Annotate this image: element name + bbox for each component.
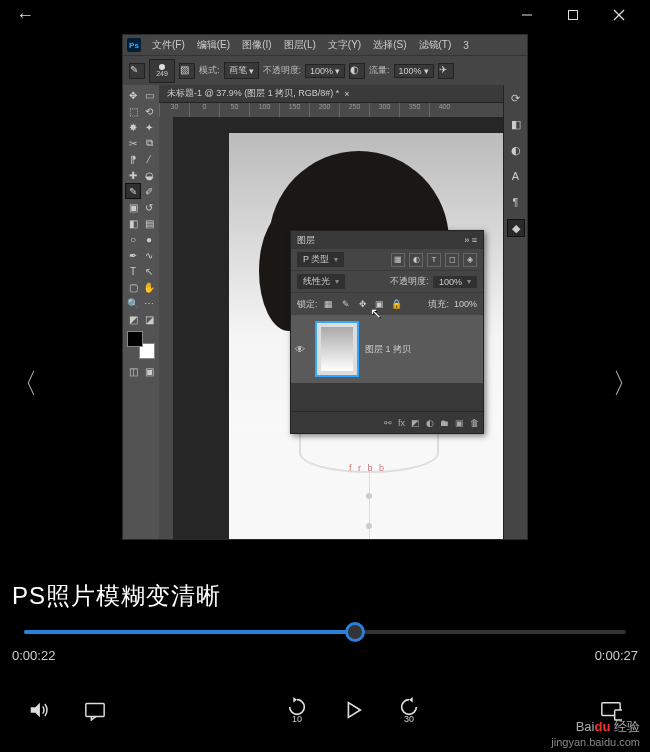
extra2-tool-icon[interactable]: ◪ [141,311,157,327]
pencil-tool-icon[interactable]: ✐ [141,183,157,199]
zoom-tool-icon[interactable]: 🔍 [125,295,141,311]
minimize-button[interactable] [504,0,550,30]
artboard-tool-icon[interactable]: ▭ [141,87,157,103]
lock-artboard-icon[interactable]: ▣ [374,299,386,309]
lock-all-icon[interactable]: 🔒 [391,299,403,309]
eraser-tool-icon[interactable]: ◧ [125,215,141,231]
subtitle-button[interactable] [84,699,106,721]
menu-filter[interactable]: 滤镜(T) [414,38,457,52]
layer-kind-dropdown[interactable]: P 类型 [297,252,344,267]
menu-more[interactable]: 3 [458,40,474,51]
pen-tool-icon[interactable]: ✒ [125,247,141,263]
slice-tool-icon[interactable]: ⧉ [141,135,157,151]
progress-track[interactable] [24,630,626,634]
filter-adjust-icon[interactable]: ◐ [409,253,423,267]
play-button[interactable] [342,699,364,721]
filter-smart-icon[interactable]: ◈ [463,253,477,267]
edit-toolbar-icon[interactable]: ⋯ [141,295,157,311]
airbrush-icon[interactable]: ✈ [438,63,454,79]
lock-pos-icon[interactable]: ✥ [357,299,369,309]
type-tool-icon[interactable]: T [125,263,141,279]
extra1-tool-icon[interactable]: ◩ [125,311,141,327]
mask-icon[interactable]: ◩ [411,418,420,428]
ruler-tool-icon[interactable]: ∕ [141,151,157,167]
brush-preset-picker[interactable]: 249 [149,59,175,83]
layers-panel-title: 图层 [297,234,315,247]
eyedropper-tool-icon[interactable]: ⁋ [125,151,141,167]
screenmode-icon[interactable]: ▣ [141,363,157,379]
history-brush-icon[interactable]: ↺ [141,199,157,215]
maximize-button[interactable] [550,0,596,30]
blur-tool-icon[interactable]: ○ [125,231,141,247]
adjust-icon[interactable]: ◐ [507,141,525,159]
ps-tools-panel: ✥▭ ⬚⟲ ✸✦ ✂⧉ ⁋∕ ✚◒ ✎✐ ▣↺ ◧▤ ○● ✒∿ T↖ ▢✋ 🔍… [123,85,159,539]
layer-thumbnail[interactable] [315,321,359,377]
crop-tool-icon[interactable]: ✂ [125,135,141,151]
opacity-field[interactable]: 100%▾ [305,64,345,78]
new-layer-icon[interactable]: ▣ [455,418,464,428]
menu-image[interactable]: 图像(I) [237,38,276,52]
gradient-tool-icon[interactable]: ▤ [141,215,157,231]
close-button[interactable] [596,0,642,30]
panel-menu-icon[interactable]: » ≡ [464,235,477,245]
filter-shape-icon[interactable]: ◻ [445,253,459,267]
filter-type-icon[interactable]: T [427,253,441,267]
pressure-opacity-icon[interactable]: ◐ [349,63,365,79]
layer-row[interactable]: 👁 图层 1 拷贝 [291,315,483,383]
trash-icon[interactable]: 🗑 [470,418,479,428]
freeform-pen-icon[interactable]: ∿ [141,247,157,263]
progress-knob[interactable] [345,622,365,642]
lock-trans-icon[interactable]: ▦ [323,299,335,309]
skip-forward-button[interactable]: 30 [398,696,420,724]
layer-name[interactable]: 图层 1 拷贝 [365,343,411,356]
type-icon[interactable]: A [507,167,525,185]
layers-icon[interactable]: ◆ [507,219,525,237]
menu-edit[interactable]: 编辑(E) [192,38,235,52]
shirt-text: f r b b [349,463,386,473]
fx-icon[interactable]: fx [398,418,405,428]
volume-button[interactable] [28,699,50,721]
back-button[interactable]: ← [16,5,34,26]
properties-icon[interactable]: ◧ [507,115,525,133]
quickmask-icon[interactable]: ◫ [125,363,141,379]
layer-opacity-field[interactable]: 100% [433,276,477,288]
skip-back-button[interactable]: 10 [286,696,308,724]
magicwand-tool-icon[interactable]: ✦ [141,119,157,135]
brush-tool-icon[interactable]: ✎ [125,183,141,199]
fill-field[interactable]: 100% [454,299,477,309]
document-tab[interactable]: 未标题-1 @ 37.9% (图层 1 拷贝, RGB/8#) * × [159,85,503,103]
hand-tool-icon[interactable]: ✋ [141,279,157,295]
adjustment-icon[interactable]: ◐ [426,418,434,428]
mode-dropdown[interactable]: 画笔▾ [224,62,259,79]
rect-tool-icon[interactable]: ▢ [125,279,141,295]
blend-mode-dropdown[interactable]: 线性光 [297,274,345,289]
carousel-next-button[interactable]: 〉 [612,365,640,403]
visibility-icon[interactable]: 👁 [295,344,309,355]
stamp-tool-icon[interactable]: ▣ [125,199,141,215]
menu-select[interactable]: 选择(S) [368,38,411,52]
watermark: Baidu 经验 jingyan.baidu.com [551,718,640,748]
flow-field[interactable]: 100%▾ [394,64,434,78]
dodge-tool-icon[interactable]: ● [141,231,157,247]
brush-panel-icon[interactable]: ▨ [179,63,195,79]
tool-preset-icon[interactable]: ✎ [129,63,145,79]
filter-pixel-icon[interactable]: ▦ [391,253,405,267]
move-tool-icon[interactable]: ✥ [125,87,141,103]
patch-tool-icon[interactable]: ◒ [141,167,157,183]
group-icon[interactable]: 🖿 [440,418,449,428]
fg-bg-swatch[interactable] [127,331,155,359]
marquee-tool-icon[interactable]: ⬚ [125,103,141,119]
carousel-prev-button[interactable]: 〈 [10,365,38,403]
quickselect-tool-icon[interactable]: ✸ [125,119,141,135]
layers-panel[interactable]: 图层 » ≡ P 类型 ▦ ◐ T ◻ ◈ 线性光 不透明度: 100% 锁定:… [290,230,484,434]
lock-paint-icon[interactable]: ✎ [340,299,352,309]
menu-file[interactable]: 文件(F) [147,38,190,52]
path-tool-icon[interactable]: ↖ [141,263,157,279]
menu-layer[interactable]: 图层(L) [279,38,321,52]
lasso-tool-icon[interactable]: ⟲ [141,103,157,119]
history-icon[interactable]: ⟳ [507,89,525,107]
heal-tool-icon[interactable]: ✚ [125,167,141,183]
link-layers-icon[interactable]: ⚯ [384,418,392,428]
menu-type[interactable]: 文字(Y) [323,38,366,52]
paragraph-icon[interactable]: ¶ [507,193,525,211]
